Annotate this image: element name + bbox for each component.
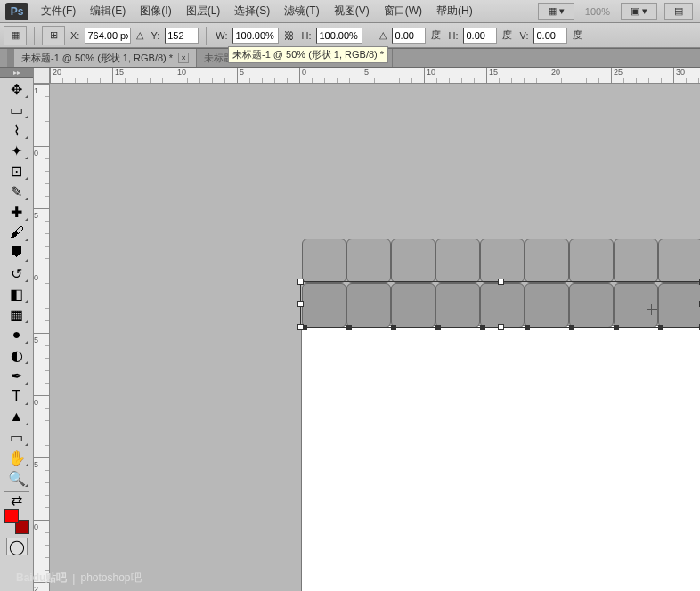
shape-cell[interactable] xyxy=(480,239,525,283)
anchor-point[interactable] xyxy=(302,325,307,330)
move-tool[interactable]: ✥ xyxy=(4,79,29,99)
menu-layer[interactable]: 图层(L) xyxy=(179,4,228,19)
shape-cell[interactable] xyxy=(391,239,435,283)
menu-edit[interactable]: 编辑(E) xyxy=(83,4,133,19)
shape-cell[interactable] xyxy=(435,239,480,283)
angle-icon: △ xyxy=(379,29,387,41)
shape-cell[interactable] xyxy=(346,239,391,283)
eyedropper-tool[interactable]: ✎ xyxy=(4,182,29,201)
ruler-vertical[interactable]: 105050502 xyxy=(34,84,50,591)
ruler-h-tick: 10 xyxy=(175,68,186,84)
ruler-horizontal[interactable]: 2015105051015202530 xyxy=(50,68,700,84)
doc-tab-1[interactable]: 未标题-1 @ 50% (形状 1, RGB/8) * × xyxy=(14,49,197,67)
color-swap-icon[interactable]: ⇄ xyxy=(4,493,29,506)
document-canvas[interactable] xyxy=(302,326,700,591)
healing-tool[interactable]: ✚ xyxy=(4,202,29,222)
shape-cell[interactable] xyxy=(302,239,346,283)
crop-tool[interactable]: ⊡ xyxy=(4,161,29,181)
anchor-point[interactable] xyxy=(346,325,352,330)
w-input[interactable] xyxy=(232,28,279,44)
h2-unit: 度 xyxy=(502,28,512,42)
path-select-tool[interactable]: ▲ xyxy=(4,407,29,426)
type-tool[interactable]: T xyxy=(4,386,29,406)
v-input[interactable] xyxy=(533,28,567,44)
anchor-point[interactable] xyxy=(614,325,619,330)
shape-cell[interactable] xyxy=(391,283,435,328)
lasso-tool[interactable]: ⌇ xyxy=(4,120,29,140)
tab-handle[interactable] xyxy=(7,49,14,67)
ruler-v-tick: 5 xyxy=(34,333,50,344)
x-input[interactable] xyxy=(85,28,131,44)
shape-cell[interactable] xyxy=(569,239,614,283)
canvas-area[interactable] xyxy=(50,84,700,591)
menu-filter[interactable]: 滤镜(T) xyxy=(277,4,326,19)
transform-anchors[interactable] xyxy=(302,325,700,332)
dodge-tool[interactable]: ◐ xyxy=(4,345,29,365)
menu-view[interactable]: 视图(V) xyxy=(327,4,377,19)
anchor-point[interactable] xyxy=(480,325,485,330)
menu-select[interactable]: 选择(S) xyxy=(227,4,277,19)
shape-cell[interactable] xyxy=(658,239,700,283)
menu-window[interactable]: 窗口(W) xyxy=(377,4,429,19)
h-input[interactable] xyxy=(316,28,362,44)
zoom-level[interactable]: 100% xyxy=(582,6,614,17)
color-swatches[interactable] xyxy=(4,509,29,534)
shape-cell[interactable] xyxy=(569,283,614,328)
anchor-point[interactable] xyxy=(435,325,441,330)
menu-image[interactable]: 图像(I) xyxy=(133,4,178,19)
link-icon[interactable]: ⛓ xyxy=(284,30,294,41)
tab-close-icon[interactable]: × xyxy=(178,53,189,63)
ruler-v-tick: 5 xyxy=(34,208,50,220)
shape-cell[interactable] xyxy=(525,239,569,283)
blur-tool[interactable]: ● xyxy=(4,325,29,344)
app-logo[interactable]: Ps xyxy=(5,3,28,20)
reference-point-grid[interactable]: ⊞ xyxy=(42,26,65,45)
stamp-tool[interactable]: ⛊ xyxy=(4,243,29,263)
anchor-point[interactable] xyxy=(391,325,396,330)
ruler-v-tick: 5 xyxy=(34,457,50,469)
history-brush-tool[interactable]: ↺ xyxy=(4,263,29,283)
ruler-v-tick: 0 xyxy=(34,395,50,407)
screen-mode-dropdown[interactable]: ▣ ▾ xyxy=(621,3,657,20)
wand-tool[interactable]: ✦ xyxy=(4,141,29,160)
shape-row-1[interactable] xyxy=(302,239,700,283)
menu-file[interactable]: 文件(F) xyxy=(34,4,83,19)
shape-cell[interactable] xyxy=(435,283,480,328)
pen-tool[interactable]: ✒ xyxy=(4,366,29,385)
tool-preset[interactable]: ▦ xyxy=(4,26,27,45)
watermark-board: photoshop吧 xyxy=(80,571,141,586)
options-bar: ▦ ⊞ X: △ Y: W: ⛓ H: △ 度 H: 度 V: 度 xyxy=(0,23,700,48)
ruler-v-tick: 0 xyxy=(34,146,50,158)
shape-cell[interactable] xyxy=(480,283,525,328)
angle-input[interactable] xyxy=(392,28,426,44)
marquee-tool[interactable]: ▭ xyxy=(4,100,29,119)
shape-row-2[interactable] xyxy=(302,283,700,328)
ruler-h-tick: 5 xyxy=(237,68,244,84)
extra-dropdown[interactable]: ▤ xyxy=(664,3,693,20)
brush-tool[interactable]: 🖌 xyxy=(4,223,29,242)
shape-tool[interactable]: ▭ xyxy=(4,427,29,447)
toolbox-collapse[interactable]: ▸▸ xyxy=(0,68,33,78)
gradient-tool[interactable]: ▦ xyxy=(4,304,29,324)
transform-center-icon[interactable] xyxy=(647,304,657,315)
arrange-dropdown[interactable]: ▦ ▾ xyxy=(538,3,574,20)
doc-tab-1-label: 未标题-1 @ 50% (形状 1, RGB/8) * xyxy=(21,52,173,65)
shape-cell[interactable] xyxy=(302,283,346,328)
hand-tool[interactable]: ✋ xyxy=(4,448,29,467)
anchor-point[interactable] xyxy=(525,325,530,330)
menu-help[interactable]: 帮助(H) xyxy=(429,4,480,19)
anchor-point[interactable] xyxy=(658,325,663,330)
ruler-h-tick: 15 xyxy=(112,68,124,84)
shape-cell[interactable] xyxy=(525,283,569,328)
y-input[interactable] xyxy=(165,28,199,44)
shape-cell[interactable] xyxy=(614,239,658,283)
shape-cell[interactable] xyxy=(346,283,391,328)
anchor-point[interactable] xyxy=(569,325,574,330)
shape-cell[interactable] xyxy=(658,283,700,328)
eraser-tool[interactable]: ◧ xyxy=(4,284,29,304)
h2-input[interactable] xyxy=(463,28,497,44)
zoom-tool[interactable]: 🔍 xyxy=(4,468,29,488)
foreground-color-swatch[interactable] xyxy=(4,509,19,523)
ruler-origin[interactable] xyxy=(34,68,50,84)
quick-mask-button[interactable]: ◯ xyxy=(6,538,28,555)
